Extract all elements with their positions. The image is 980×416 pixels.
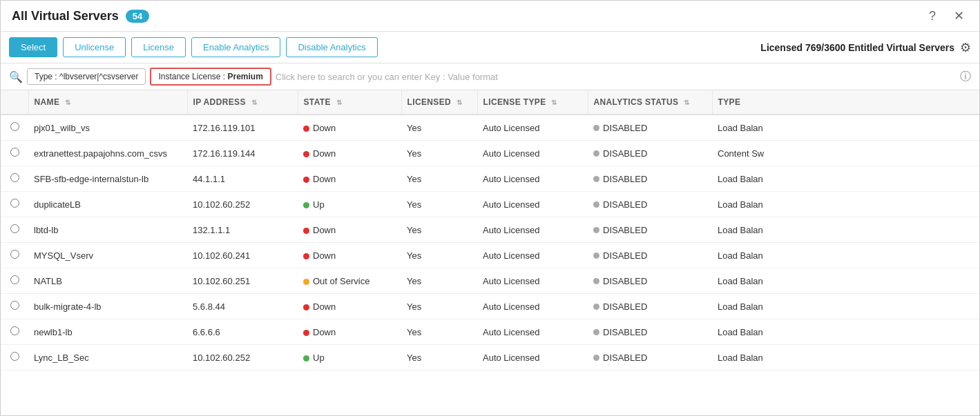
- row-license-type: Auto Licensed: [477, 141, 588, 166]
- enable-analytics-button[interactable]: Enable Analytics: [191, 37, 280, 57]
- row-analytics-status: DISABLED: [588, 295, 712, 319]
- row-type: Load Balan: [712, 115, 979, 141]
- row-license-type: Auto Licensed: [477, 115, 588, 141]
- row-radio-5[interactable]: [10, 250, 19, 259]
- row-ip: 5.6.8.44: [187, 294, 298, 319]
- row-analytics-status: DISABLED: [588, 269, 712, 293]
- th-name[interactable]: NAME ⇅: [28, 90, 187, 115]
- th-state-label: STATE: [304, 97, 331, 107]
- row-ip: 10.102.60.252: [187, 192, 298, 217]
- row-name: MYSQL_Vserv: [28, 243, 187, 268]
- count-badge: 54: [126, 10, 149, 23]
- row-name: NATLB: [28, 268, 187, 294]
- th-analytics-status[interactable]: ANALYTICS STATUS ⇅: [588, 90, 712, 115]
- row-license-type: Auto Licensed: [477, 319, 588, 345]
- row-type: Load Balan: [712, 268, 979, 294]
- row-state: Up: [298, 192, 401, 217]
- state-dot: [303, 304, 309, 310]
- close-button[interactable]: ✕: [949, 6, 968, 26]
- filter-type-tag[interactable]: Type : ^lbvserver|^csvserver: [27, 68, 146, 85]
- row-ip: 10.102.60.251: [187, 268, 298, 294]
- row-name: bulk-migrate-4-lb: [28, 294, 187, 319]
- row-state: Down: [298, 115, 401, 141]
- row-radio-8[interactable]: [10, 326, 19, 335]
- th-license-type[interactable]: LICENSE TYPE ⇅: [477, 90, 588, 115]
- th-state[interactable]: STATE ⇅: [298, 90, 401, 115]
- state-dot: [303, 202, 309, 208]
- row-type: Content Sw: [712, 141, 979, 166]
- window-title: All Virtual Servers: [12, 9, 119, 23]
- row-name: lbtd-lb: [28, 217, 187, 243]
- ip-sort-icon: ⇅: [251, 99, 257, 106]
- state-sort-icon: ⇅: [336, 99, 342, 106]
- row-radio-3[interactable]: [10, 199, 19, 208]
- table-row: extranettest.papajohns.com_csvs172.16.11…: [1, 141, 979, 166]
- row-licensed: Yes: [401, 141, 477, 166]
- select-button[interactable]: Select: [9, 37, 57, 57]
- disable-analytics-button[interactable]: Disable Analytics: [286, 37, 377, 57]
- row-licensed: Yes: [401, 243, 477, 268]
- analytics-dot: [593, 227, 599, 233]
- toolbar-right: Licensed 769/3600 Entitled Virtual Serve…: [760, 40, 971, 55]
- row-ip: 132.1.1.1: [187, 217, 298, 243]
- th-licensed[interactable]: LICENSED ⇅: [401, 90, 477, 115]
- search-bar: 🔍 Type : ^lbvserver|^csvserver Instance …: [1, 63, 979, 90]
- filter-license-tag[interactable]: Instance License : Premium: [150, 68, 271, 86]
- row-radio-4[interactable]: [10, 224, 19, 233]
- row-licensed: Yes: [401, 294, 477, 319]
- virtual-servers-table: NAME ⇅ IP ADDRESS ⇅ STATE ⇅ LICENSED ⇅: [1, 90, 979, 370]
- row-license-type: Auto Licensed: [477, 192, 588, 217]
- row-license-type: Auto Licensed: [477, 243, 588, 268]
- row-name: Lync_LB_Sec: [28, 345, 187, 370]
- row-select-cell: [1, 166, 28, 189]
- name-sort-icon: ⇅: [65, 99, 70, 106]
- th-type[interactable]: TYPE: [712, 90, 979, 115]
- row-licensed: Yes: [401, 192, 477, 217]
- help-icon: ?: [929, 9, 936, 23]
- row-name: newlb1-lb: [28, 319, 187, 345]
- analytics-dot: [593, 329, 599, 335]
- table-row: SFB-sfb-edge-internalstun-lb44.1.1.1Down…: [1, 166, 979, 192]
- row-type: Load Balan: [712, 166, 979, 192]
- row-analytics-status: DISABLED: [588, 141, 712, 166]
- row-name: extranettest.papajohns.com_csvs: [28, 141, 187, 166]
- licensed-sort-icon: ⇅: [457, 99, 462, 106]
- th-type-label: TYPE: [718, 97, 741, 107]
- search-input-placeholder[interactable]: Click here to search or you can enter Ke…: [276, 72, 956, 82]
- license-button[interactable]: License: [131, 37, 186, 57]
- row-radio-0[interactable]: [10, 122, 19, 131]
- row-select-cell: [1, 294, 28, 317]
- search-icon: 🔍: [9, 70, 23, 83]
- table-row: NATLB10.102.60.251Out of ServiceYesAuto …: [1, 268, 979, 294]
- analytics-dot: [593, 252, 599, 259]
- row-state: Down: [298, 319, 401, 345]
- gear-icon: ⚙: [960, 41, 971, 55]
- table-row: bulk-migrate-4-lb5.6.8.44DownYesAuto Lic…: [1, 294, 979, 319]
- row-radio-2[interactable]: [10, 173, 19, 182]
- table-header: NAME ⇅ IP ADDRESS ⇅ STATE ⇅ LICENSED ⇅: [1, 90, 979, 115]
- state-dot: [303, 330, 309, 336]
- row-radio-6[interactable]: [10, 275, 19, 284]
- row-state: Down: [298, 243, 401, 268]
- row-type: Load Balan: [712, 243, 979, 268]
- state-dot: [303, 253, 309, 259]
- settings-button[interactable]: ⚙: [960, 40, 971, 55]
- unlicense-button[interactable]: Unlicense: [63, 37, 126, 57]
- title-bar-right: ? ✕: [923, 6, 968, 26]
- row-licensed: Yes: [401, 115, 477, 141]
- row-select-cell: [1, 141, 28, 164]
- row-radio-9[interactable]: [10, 352, 19, 361]
- table-row: lbtd-lb132.1.1.1DownYesAuto LicensedDISA…: [1, 217, 979, 243]
- row-radio-1[interactable]: [10, 148, 19, 157]
- main-window: All Virtual Servers 54 ? ✕ Select Unlice…: [0, 0, 980, 416]
- title-bar: All Virtual Servers 54 ? ✕: [1, 1, 979, 32]
- th-analytics-label: ANALYTICS STATUS: [594, 97, 679, 107]
- th-ip[interactable]: IP ADDRESS ⇅: [187, 90, 298, 115]
- row-type: Load Balan: [712, 345, 979, 370]
- help-button[interactable]: ?: [923, 6, 942, 26]
- table-row: pjx01_wilb_vs172.16.119.101DownYesAuto L…: [1, 115, 979, 141]
- state-dot: [303, 126, 309, 132]
- licensed-count-text: Licensed 769/3600 Entitled Virtual Serve…: [760, 42, 954, 53]
- row-radio-7[interactable]: [10, 301, 19, 310]
- row-licensed: Yes: [401, 319, 477, 345]
